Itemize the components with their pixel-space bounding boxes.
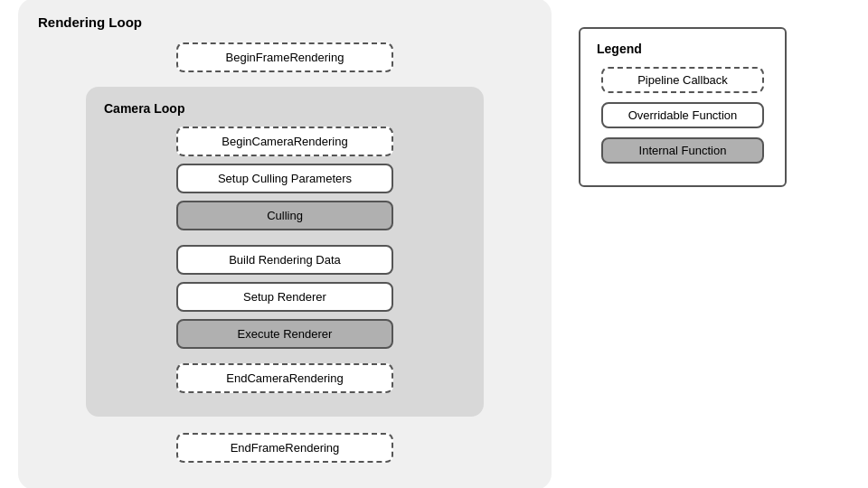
legend-item-pipeline: Pipeline Callback	[597, 67, 769, 93]
execute-renderer-node: Execute Renderer	[176, 319, 393, 349]
camera-node-row-6: EndCameraRendering	[104, 363, 466, 393]
end-camera-rendering-node: EndCameraRendering	[176, 363, 393, 393]
legend-overridable-function: Overridable Function	[601, 102, 764, 128]
camera-node-row-4: Setup Renderer	[104, 282, 466, 312]
begin-frame-row: BeginFrameRendering	[38, 42, 532, 72]
legend-title: Legend	[597, 42, 769, 56]
camera-node-row-2: Culling	[104, 201, 466, 230]
legend-pipeline-callback: Pipeline Callback	[601, 67, 764, 93]
legend-item-internal: Internal Function	[597, 137, 769, 164]
camera-node-row-3: Build Rendering Data	[104, 245, 466, 275]
rendering-loop-container: Rendering Loop BeginFrameRendering Camer…	[18, 0, 552, 488]
legend-item-overridable: Overridable Function	[597, 102, 769, 128]
camera-loop-title: Camera Loop	[104, 101, 466, 116]
camera-node-row-1: Setup Culling Parameters	[104, 164, 466, 193]
culling-node: Culling	[176, 201, 393, 230]
build-rendering-data-node: Build Rendering Data	[176, 245, 393, 275]
legend-container: Legend Pipeline Callback Overridable Fun…	[579, 27, 787, 187]
legend-internal-function: Internal Function	[601, 137, 764, 164]
end-frame-rendering-node: EndFrameRendering	[176, 433, 393, 463]
camera-node-row-5: Execute Renderer	[104, 319, 466, 349]
begin-frame-rendering-node: BeginFrameRendering	[176, 42, 393, 72]
end-frame-row: EndFrameRendering	[38, 433, 532, 463]
setup-renderer-node: Setup Renderer	[176, 282, 393, 312]
rendering-loop-title: Rendering Loop	[38, 14, 532, 30]
camera-loop-container: Camera Loop BeginCameraRendering Setup C…	[86, 87, 484, 417]
begin-camera-rendering-node: BeginCameraRendering	[176, 127, 393, 156]
camera-node-row-0: BeginCameraRendering	[104, 127, 466, 156]
setup-culling-parameters-node: Setup Culling Parameters	[176, 164, 393, 193]
